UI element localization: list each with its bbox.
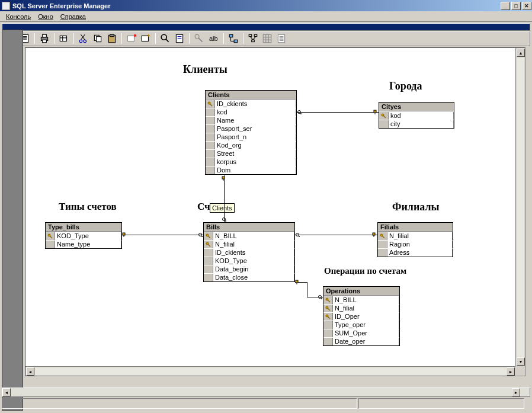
table-column-row[interactable]: Name	[206, 116, 296, 124]
relation-clients-cityes[interactable]	[297, 112, 379, 113]
table-column-row[interactable]: Data_close	[204, 273, 294, 281]
table-filials[interactable]: Filials N_filialRagionAdress	[377, 222, 453, 257]
svg-line-54	[211, 105, 211, 105]
table-title: Operations	[323, 287, 399, 296]
menu-window[interactable]: Окно	[34, 12, 57, 21]
scroll-down-button[interactable]: ▼	[517, 357, 525, 366]
svg-point-98	[321, 298, 322, 299]
scroll-up-button[interactable]: ▲	[517, 49, 525, 57]
column-icon-cell	[204, 249, 213, 257]
label-sc: Сч	[197, 201, 210, 213]
delete-button[interactable]	[126, 33, 137, 44]
relation-clients-bills[interactable]	[224, 175, 225, 222]
table-column-row[interactable]: N_BILL	[323, 296, 399, 304]
table-column-row[interactable]: ID_ckients	[206, 100, 296, 108]
column-name: Dom	[215, 167, 296, 174]
table-column-row[interactable]: Name_type	[46, 240, 121, 248]
table-column-row[interactable]: SUM_Oper	[323, 329, 399, 337]
table-column-row[interactable]: Dom	[206, 166, 296, 174]
print-button[interactable]	[39, 33, 50, 44]
table-column-row[interactable]: ID_ckients	[204, 248, 294, 257]
column-icon-cell	[204, 274, 213, 281]
relation-bills-operations-v[interactable]	[307, 282, 307, 297]
horizontal-scrollbar[interactable]: ◄ ►	[25, 366, 515, 376]
svg-rect-83	[222, 177, 225, 179]
column-name: ID_Oper	[333, 313, 399, 321]
diagram-button-1[interactable]	[227, 33, 239, 44]
annotations-button[interactable]	[174, 33, 185, 44]
svg-line-66	[209, 245, 210, 246]
table-column-row[interactable]: Adress	[378, 248, 453, 257]
svg-line-62	[208, 236, 210, 238]
table-cityes[interactable]: Cityes kodcity	[379, 102, 454, 129]
close-button[interactable]: ✕	[522, 2, 531, 10]
svg-line-53	[210, 104, 212, 106]
table-column-row[interactable]: kod	[206, 108, 296, 116]
svg-rect-9	[43, 40, 47, 43]
table-column-row[interactable]: N_BILL	[204, 232, 294, 240]
primary-key-icon	[379, 112, 389, 120]
column-icon-cell	[206, 150, 215, 158]
svg-rect-95	[296, 280, 298, 283]
table-column-row[interactable]: kod	[379, 111, 454, 120]
grid-button[interactable]	[261, 33, 273, 44]
zoom-button[interactable]	[159, 33, 171, 44]
copy-button[interactable]	[92, 33, 104, 44]
column-name: N_filial	[387, 232, 453, 240]
table-bills[interactable]: Bills N_BILLN_filialID_ckientsKOD_TypeDa…	[203, 222, 295, 282]
vertical-scrollbar[interactable]: ▲ ▼	[515, 48, 525, 366]
column-name: SUM_Oper	[333, 329, 399, 337]
column-name: kod	[389, 112, 454, 120]
scroll-left-button[interactable]: ◄	[26, 367, 34, 376]
scroll-corner	[515, 366, 525, 376]
column-icon-cell	[206, 142, 215, 149]
scroll-right-button[interactable]: ►	[507, 367, 515, 376]
table-column-row[interactable]: KOD_Type	[46, 232, 121, 240]
table-column-row[interactable]: korpus	[206, 158, 296, 166]
scroll-left-button-outer[interactable]: ◄	[2, 388, 11, 396]
page-button[interactable]	[275, 33, 287, 44]
table-column-row[interactable]: N_filial	[378, 232, 453, 240]
title-bar: SQL Server Enterprise Manager _ □ ✕	[0, 0, 532, 11]
primary-key-icon	[46, 232, 55, 240]
cut-button[interactable]	[78, 33, 89, 44]
svg-point-86	[225, 220, 226, 222]
menu-help[interactable]: Справка	[57, 12, 89, 21]
table-title: Filials	[378, 223, 453, 232]
table-column-row[interactable]: Pasport_ser	[206, 124, 296, 133]
svg-line-57	[384, 117, 385, 117]
table-column-row[interactable]: Data_begin	[204, 265, 294, 273]
table-column-row[interactable]: Pasport_n	[206, 133, 296, 141]
table-column-row[interactable]: N_filial	[204, 240, 294, 248]
svg-rect-10	[60, 36, 66, 41]
minimize-button[interactable]: _	[501, 2, 510, 10]
table-column-row[interactable]: N_filial	[323, 304, 399, 312]
table-clients[interactable]: Clients ID_ckientskodNamePasport_serPasp…	[205, 90, 297, 175]
table-column-row[interactable]: ID_Oper	[323, 312, 399, 321]
key-button[interactable]	[193, 33, 205, 44]
table-column-row[interactable]: Ragion	[378, 240, 453, 248]
new-table-button[interactable]	[58, 33, 70, 44]
relation-typebills-bills[interactable]	[122, 235, 203, 235]
column-name: Pasport_ser	[215, 125, 296, 133]
paste-button[interactable]	[106, 33, 118, 44]
column-name: Date_oper	[333, 338, 399, 345]
diagram-canvas[interactable]: Клиенты Города Типы счетов Сч Филиалы Оп…	[25, 47, 525, 376]
table-column-row[interactable]: Type_oper	[323, 321, 399, 329]
relation-bills-filials[interactable]	[295, 235, 377, 235]
menu-console[interactable]: Консоль	[2, 12, 34, 21]
table-column-row[interactable]: Street	[206, 149, 296, 158]
svg-point-90	[201, 236, 203, 237]
svg-rect-33	[229, 34, 233, 37]
table-column-row[interactable]: Date_oper	[323, 337, 399, 345]
font-label: alb	[207, 35, 220, 42]
table-column-row[interactable]: Kod_org	[206, 141, 296, 149]
maximize-button[interactable]: □	[511, 2, 521, 10]
table-operations[interactable]: Operations N_BILLN_filialID_OperType_ope…	[323, 286, 400, 346]
table-type-bills[interactable]: Type_bills KOD_TypeName_type	[45, 222, 122, 249]
table-column-row[interactable]: city	[379, 120, 454, 128]
table-column-row[interactable]: KOD_Type	[204, 257, 294, 265]
add-item-button[interactable]: +	[140, 33, 152, 44]
diagram-button-2[interactable]	[247, 33, 259, 44]
scroll-right-button-outer[interactable]: ►	[512, 388, 520, 396]
